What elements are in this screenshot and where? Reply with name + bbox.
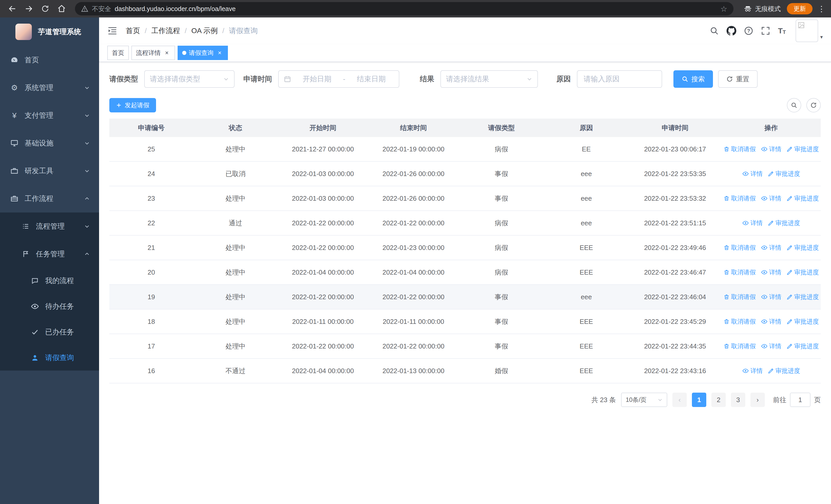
- table-row[interactable]: 18 处理中 2022-01-11 00:00:00 2022-01-11 00…: [109, 309, 821, 334]
- reason-input[interactable]: [577, 70, 662, 88]
- approval-progress-link[interactable]: 审批进度: [786, 318, 819, 326]
- detail-link[interactable]: 详情: [761, 318, 781, 326]
- cell-apply-time: 2022-01-22 23:51:15: [629, 211, 722, 235]
- approval-progress-link[interactable]: 审批进度: [786, 293, 819, 301]
- back-button[interactable]: [5, 2, 20, 16]
- approval-progress-link[interactable]: 审批进度: [786, 342, 819, 350]
- create-leave-button[interactable]: 发起请假: [109, 98, 156, 112]
- sidebar-item-process-mgmt[interactable]: 流程管理: [0, 212, 99, 240]
- search-button[interactable]: 搜索: [674, 70, 713, 88]
- chevron-down-icon: [526, 76, 532, 82]
- address-bar[interactable]: 不安全 dashboard.yudao.iocoder.cn/bpm/oa/le…: [75, 2, 734, 16]
- detail-link[interactable]: 详情: [761, 145, 781, 153]
- user-avatar[interactable]: ▾: [796, 20, 823, 42]
- cancel-leave-link[interactable]: 取消请假: [723, 293, 756, 301]
- sidebar-item-workflow[interactable]: 工作流程: [0, 185, 99, 212]
- leave-type-select[interactable]: 请选择请假类型: [144, 70, 235, 88]
- github-icon[interactable]: [726, 26, 736, 36]
- sidebar-item-my-process[interactable]: 我的流程: [0, 268, 99, 294]
- filter-apply-time: 申请时间 开始日期 - 结束日期: [243, 70, 399, 88]
- table-row[interactable]: 25 处理中 2021-12-27 00:00:00 2022-01-19 00…: [109, 137, 821, 162]
- update-button[interactable]: 更新: [787, 3, 812, 14]
- approval-progress-link[interactable]: 审批进度: [768, 219, 800, 227]
- bookmark-star-icon[interactable]: ☆: [720, 4, 727, 13]
- security-chip-label[interactable]: 不安全: [92, 5, 111, 13]
- breadcrumb-home[interactable]: 首页: [126, 26, 140, 36]
- breadcrumb-workflow[interactable]: 工作流程: [140, 26, 180, 36]
- forward-button[interactable]: [22, 2, 36, 16]
- detail-link[interactable]: 详情: [761, 342, 781, 350]
- table-row[interactable]: 23 处理中 2022-01-03 00:00:00 2022-01-26 00…: [109, 186, 821, 211]
- tab-home[interactable]: 首页: [107, 46, 129, 60]
- cell-apply-time: 2022-01-22 23:46:47: [629, 260, 722, 284]
- detail-link[interactable]: 详情: [761, 293, 781, 301]
- tab-process-detail[interactable]: 流程详情 ×: [132, 46, 175, 60]
- home-button[interactable]: [54, 2, 69, 16]
- detail-link[interactable]: 详情: [742, 367, 763, 375]
- page-number-button[interactable]: 2: [711, 393, 726, 407]
- cancel-leave-link[interactable]: 取消请假: [723, 268, 756, 276]
- table-row[interactable]: 17 处理中 2022-01-22 00:00:00 2022-01-22 00…: [109, 334, 821, 359]
- detail-link[interactable]: 详情: [761, 194, 781, 203]
- search-icon[interactable]: [710, 26, 719, 35]
- approval-progress-link[interactable]: 审批进度: [786, 243, 819, 252]
- page-size-select[interactable]: 10条/页: [621, 393, 667, 407]
- table-row[interactable]: 24 已取消 2022-01-03 00:00:00 2022-01-26 00…: [109, 162, 821, 186]
- breadcrumb-oa-example[interactable]: OA 示例: [180, 26, 218, 36]
- detail-link[interactable]: 详情: [761, 268, 781, 276]
- cancel-leave-link[interactable]: 取消请假: [723, 194, 756, 203]
- date-range-picker[interactable]: 开始日期 - 结束日期: [278, 70, 399, 88]
- approval-progress-link[interactable]: 审批进度: [768, 170, 800, 178]
- sidebar-item-task-mgmt[interactable]: 任务管理: [0, 240, 99, 268]
- detail-link[interactable]: 详情: [761, 243, 781, 252]
- detail-link[interactable]: 详情: [742, 170, 763, 178]
- result-select[interactable]: 请选择流结果: [440, 70, 538, 88]
- table-row[interactable]: 16 不通过 2022-01-04 00:00:00 2022-01-13 00…: [109, 359, 821, 383]
- sidebar-item-infra[interactable]: 基础设施: [0, 129, 99, 157]
- sidebar-item-payment[interactable]: ¥ 支付管理: [0, 101, 99, 129]
- table-row[interactable]: 20 处理中 2022-01-04 00:00:00 2022-01-04 00…: [109, 260, 821, 285]
- table-row[interactable]: 21 处理中 2022-01-22 00:00:00 2022-01-23 00…: [109, 236, 821, 260]
- monitor-icon: [10, 139, 19, 147]
- tab-close-icon[interactable]: ×: [163, 49, 170, 56]
- cell-status: 处理中: [193, 260, 278, 284]
- cancel-leave-link[interactable]: 取消请假: [723, 342, 756, 350]
- prev-page-button[interactable]: ‹: [672, 393, 687, 407]
- page-number-button[interactable]: 3: [731, 393, 745, 407]
- reload-button[interactable]: [38, 2, 52, 16]
- tab-leave-query[interactable]: 请假查询 ×: [178, 46, 228, 60]
- cancel-leave-link[interactable]: 取消请假: [723, 145, 756, 153]
- sidebar-item-home[interactable]: 首页: [0, 46, 99, 74]
- cancel-leave-link[interactable]: 取消请假: [723, 318, 756, 326]
- sidebar-item-system[interactable]: ⚙ 系统管理: [0, 74, 99, 101]
- page-list: 123: [692, 393, 745, 407]
- cell-reason: eee: [544, 211, 629, 235]
- refresh-icon[interactable]: [806, 98, 821, 112]
- goto-page-input[interactable]: [790, 393, 810, 407]
- toggle-search-icon[interactable]: [787, 98, 801, 112]
- approval-progress-link[interactable]: 审批进度: [768, 367, 800, 375]
- col-end-time: 结束时间: [368, 119, 459, 137]
- approval-progress-link[interactable]: 审批进度: [786, 268, 819, 276]
- next-page-button[interactable]: ›: [750, 393, 765, 407]
- sidebar-item-leave-query[interactable]: 请假查询: [0, 345, 99, 370]
- sidebar-item-devtools[interactable]: 研发工具: [0, 157, 99, 185]
- approval-progress-link[interactable]: 审批进度: [786, 194, 819, 203]
- cancel-leave-link[interactable]: 取消请假: [723, 243, 756, 252]
- sidebar-item-done-tasks[interactable]: 已办任务: [0, 319, 99, 345]
- approval-progress-link[interactable]: 审批进度: [786, 145, 819, 153]
- help-icon[interactable]: ?: [744, 26, 753, 35]
- table-row[interactable]: 19 处理中 2022-01-22 00:00:00 2022-01-22 00…: [109, 285, 821, 309]
- browser-menu-icon[interactable]: ⋮: [814, 4, 826, 14]
- fullscreen-icon[interactable]: [761, 26, 770, 35]
- page-number-button[interactable]: 1: [692, 393, 706, 407]
- tab-close-icon[interactable]: ×: [216, 49, 223, 56]
- detail-link[interactable]: 详情: [742, 219, 763, 227]
- hamburger-icon[interactable]: [107, 26, 118, 36]
- calendar-icon: [284, 76, 291, 83]
- goto-page: 前往 页: [773, 393, 821, 407]
- sidebar-item-todo-tasks[interactable]: 待办任务: [0, 294, 99, 319]
- font-size-icon[interactable]: TT: [778, 26, 786, 35]
- table-row[interactable]: 22 通过 2022-01-22 00:00:00 2022-01-22 00:…: [109, 211, 821, 236]
- reset-button[interactable]: 重置: [718, 70, 757, 88]
